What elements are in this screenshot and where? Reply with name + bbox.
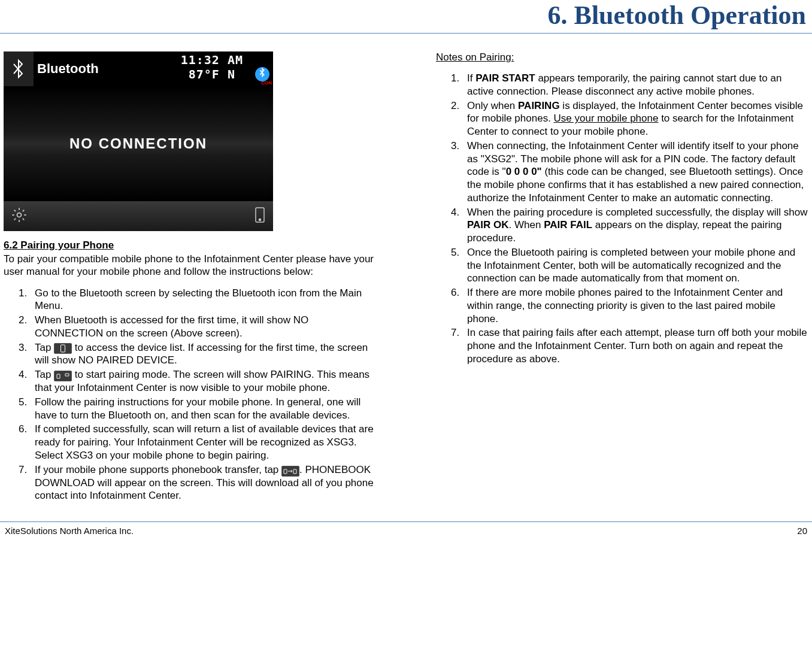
screenshot-body: NO CONNECTION [4,86,273,201]
list-item: If there are more mobile phones paired t… [462,286,808,325]
rule-top [0,33,812,34]
list-item: If your mobile phone supports phonebook … [30,463,376,503]
rule-bottom [0,521,812,522]
svg-rect-5 [65,374,69,376]
bluetooth-label: Bluetooth [37,61,99,77]
connection-badge-text: CON [261,80,272,86]
intro-text: To pair your compatible mobile phone to … [4,253,376,278]
list-item: When Bluetooth is accessed for the first… [30,314,376,340]
device-screenshot: Bluetooth 11:32 AM 87°F N CON NO CONNECT… [4,51,273,231]
list-item: Once the Bluetooth pairing is completed … [462,246,808,285]
svg-rect-3 [61,345,65,352]
right-column: Notes on Pairing: If PAIR START appears … [436,51,808,504]
pairing-notes: If PAIR START appears temporarily, the p… [436,72,808,366]
svg-rect-4 [57,374,60,378]
list-item: If completed successfully, scan will ret… [30,423,376,462]
pairing-steps: Go to the Bluetooth screen by selecting … [4,287,376,503]
list-item: Only when PAIRING is displayed, the Info… [462,99,808,138]
transfer-small-icon [281,466,299,477]
footer-company: XiteSolutions North America Inc. [5,526,134,536]
list-item: When connecting, the Infotainment Center… [462,139,808,205]
svg-point-0 [17,213,22,217]
svg-rect-6 [284,469,287,474]
screenshot-time: 11:32 AM 87°F N [181,53,243,81]
connection-badge-icon [255,67,269,81]
footer: XiteSolutions North America Inc. 20 [0,526,812,539]
phone-small-icon [54,343,72,354]
notes-heading: Notes on Pairing: [436,51,808,63]
left-column: Bluetooth 11:32 AM 87°F N CON NO CONNECT… [4,51,376,504]
two-column-layout: Bluetooth 11:32 AM 87°F N CON NO CONNECT… [0,51,812,504]
screenshot-bottombar [4,201,273,231]
page-title: 6. Bluetooth Operation [0,0,812,33]
svg-rect-7 [293,469,296,474]
page-number: 20 [797,526,807,536]
gear-icon [11,207,28,226]
svg-point-2 [259,219,261,221]
screenshot-topbar: Bluetooth 11:32 AM 87°F N CON [4,51,273,86]
list-item: When the pairing procedure is completed … [462,206,808,245]
list-item: In case that pairing fails after each at… [462,326,808,365]
bluetooth-icon [4,51,34,86]
time-text: 11:32 AM [181,53,243,67]
list-item: Go to the Bluetooth screen by selecting … [30,287,376,313]
list-item: Tap to start pairing mode. The screen wi… [30,368,376,395]
phone-icon [254,207,266,226]
list-item: If PAIR START appears temporarily, the p… [462,72,808,98]
temp-text: 87°F N [181,67,243,81]
pair-small-icon [54,371,72,381]
section-heading: 6.2 Pairing your Phone [4,239,376,251]
list-item: Follow the pairing instructions for your… [30,396,376,422]
list-item: Tap to access the device list. If access… [30,341,376,368]
